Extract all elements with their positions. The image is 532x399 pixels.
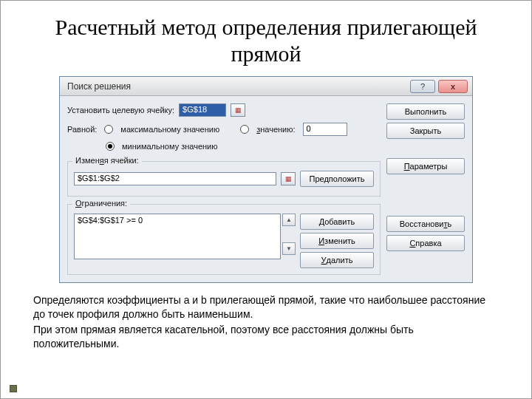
changing-cells-input[interactable]: $G$1:$G$2 (74, 172, 276, 185)
guess-button[interactable]: Предположить (300, 171, 374, 187)
target-cell-label: Установить целевую ячейку: (67, 106, 174, 115)
dialog-title: Поиск решения (67, 81, 131, 92)
radio-min-label: минимальному значению (122, 142, 218, 151)
params-button[interactable]: Параметры (386, 158, 465, 174)
close-button[interactable]: Закрыть (386, 123, 465, 139)
changing-cells-group: Изменяя ячейки: $G$1:$G$2 ▦ Предположить (67, 161, 381, 197)
radio-value[interactable] (240, 125, 249, 134)
equal-to-label: Равной: (67, 125, 97, 134)
value-input[interactable]: 0 (303, 123, 347, 136)
radio-min[interactable] (106, 142, 115, 151)
slide-bullet-icon (10, 385, 17, 392)
radio-max[interactable] (104, 125, 113, 134)
constraints-label: Ограничения: (72, 199, 130, 208)
run-button[interactable]: Выполнить (386, 103, 465, 120)
add-button[interactable]: Добавить (300, 214, 374, 230)
ref-picker-icon[interactable]: ▦ (281, 172, 296, 185)
changing-cells-label: Изменяя ячейки: (72, 156, 142, 165)
caption-2: При этом прямая является касательной, по… (33, 323, 499, 351)
solver-dialog: Поиск решения ? x Установить целевую яче… (59, 76, 473, 283)
slide-title: Расчетный метод определения прилегающей … (30, 14, 502, 67)
edit-button[interactable]: Изменить (300, 233, 374, 249)
ref-picker-icon[interactable]: ▦ (231, 103, 245, 117)
target-cell-input[interactable]: $G$18 (179, 103, 226, 117)
caption-1: Определяются коэффициенты a и b прилегаю… (33, 293, 499, 321)
titlebar: Поиск решения ? x (60, 77, 472, 96)
constraint-item[interactable]: $G$4:$G$17 >= 0 (78, 216, 277, 225)
help-button[interactable]: Справка (386, 235, 465, 251)
scroll-down-icon[interactable]: ▼ (282, 242, 296, 255)
radio-max-label: максимальному значению (120, 125, 219, 134)
help-icon[interactable]: ? (410, 80, 435, 93)
scroll-up-icon[interactable]: ▲ (282, 214, 296, 226)
constraints-group: Ограничения: $G$4:$G$17 >= 0 ▲ ▼ Добавит… (67, 204, 381, 275)
constraints-list[interactable]: $G$4:$G$17 >= 0 (74, 214, 281, 259)
radio-value-label: значению: (256, 125, 295, 134)
reset-button[interactable]: Восстановить (386, 216, 465, 232)
delete-button[interactable]: Удалить (300, 252, 374, 268)
close-icon[interactable]: x (438, 80, 468, 93)
